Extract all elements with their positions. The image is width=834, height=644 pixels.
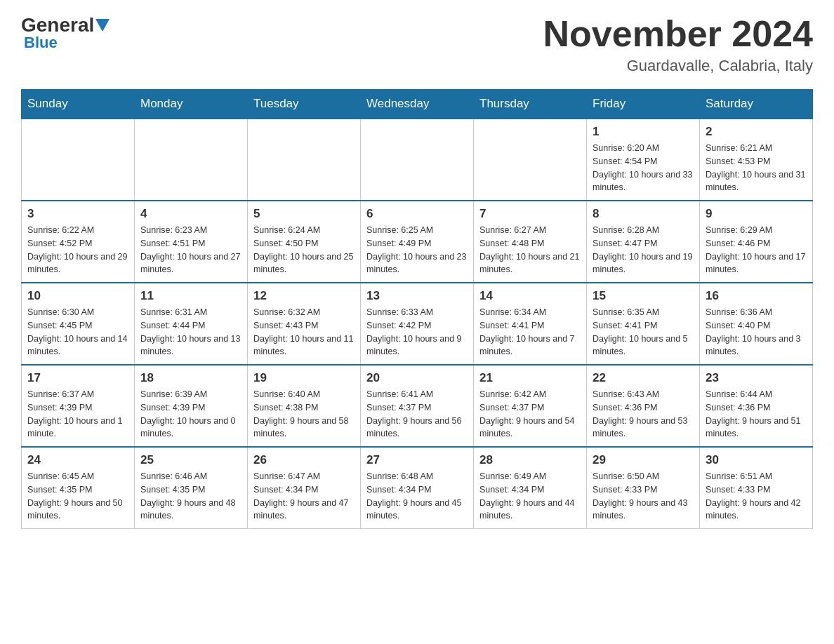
- day-number: 27: [366, 453, 468, 467]
- day-info: Sunrise: 6:44 AMSunset: 4:36 PMDaylight:…: [706, 388, 807, 441]
- day-number: 19: [253, 371, 355, 385]
- day-number: 30: [706, 453, 807, 467]
- weekday-header-monday: Monday: [135, 90, 248, 119]
- day-info: Sunrise: 6:40 AMSunset: 4:38 PMDaylight:…: [253, 388, 355, 441]
- day-number: 7: [479, 207, 581, 221]
- day-info: Sunrise: 6:36 AMSunset: 4:40 PMDaylight:…: [706, 306, 807, 358]
- calendar-cell: 6Sunrise: 6:25 AMSunset: 4:49 PMDaylight…: [361, 201, 474, 283]
- calendar-cell: 8Sunrise: 6:28 AMSunset: 4:47 PMDaylight…: [587, 201, 700, 283]
- day-number: 28: [479, 453, 581, 467]
- day-number: 2: [706, 125, 807, 139]
- day-number: 21: [479, 371, 581, 385]
- calendar-cell: 9Sunrise: 6:29 AMSunset: 4:46 PMDaylight…: [700, 201, 813, 283]
- day-number: 5: [253, 207, 355, 221]
- day-info: Sunrise: 6:48 AMSunset: 4:34 PMDaylight:…: [366, 470, 468, 523]
- calendar-cell: 21Sunrise: 6:42 AMSunset: 4:37 PMDayligh…: [474, 365, 587, 447]
- day-info: Sunrise: 6:32 AMSunset: 4:43 PMDaylight:…: [253, 306, 355, 358]
- calendar-cell: 20Sunrise: 6:41 AMSunset: 4:37 PMDayligh…: [361, 365, 474, 447]
- day-info: Sunrise: 6:34 AMSunset: 4:41 PMDaylight:…: [479, 306, 581, 358]
- logo: General Blue: [21, 14, 111, 52]
- day-number: 15: [593, 289, 694, 303]
- day-number: 29: [593, 453, 694, 467]
- calendar-cell: 30Sunrise: 6:51 AMSunset: 4:33 PMDayligh…: [700, 447, 813, 529]
- day-info: Sunrise: 6:30 AMSunset: 4:45 PMDaylight:…: [27, 306, 128, 358]
- day-info: Sunrise: 6:25 AMSunset: 4:49 PMDaylight:…: [366, 224, 468, 276]
- calendar-cell: 13Sunrise: 6:33 AMSunset: 4:42 PMDayligh…: [361, 283, 474, 365]
- calendar-cell: 3Sunrise: 6:22 AMSunset: 4:52 PMDaylight…: [22, 201, 135, 283]
- day-info: Sunrise: 6:51 AMSunset: 4:33 PMDaylight:…: [706, 470, 807, 523]
- calendar-cell: 1Sunrise: 6:20 AMSunset: 4:54 PMDaylight…: [587, 119, 700, 201]
- day-number: 18: [140, 371, 241, 385]
- weekday-header-wednesday: Wednesday: [361, 90, 474, 119]
- day-info: Sunrise: 6:27 AMSunset: 4:48 PMDaylight:…: [479, 224, 581, 276]
- calendar-cell: 17Sunrise: 6:37 AMSunset: 4:39 PMDayligh…: [22, 365, 135, 447]
- day-info: Sunrise: 6:37 AMSunset: 4:39 PMDaylight:…: [27, 388, 128, 441]
- day-info: Sunrise: 6:24 AMSunset: 4:50 PMDaylight:…: [253, 224, 355, 276]
- day-number: 20: [366, 371, 468, 385]
- day-info: Sunrise: 6:29 AMSunset: 4:46 PMDaylight:…: [706, 224, 807, 276]
- day-info: Sunrise: 6:39 AMSunset: 4:39 PMDaylight:…: [140, 388, 241, 441]
- day-number: 25: [140, 453, 241, 467]
- calendar-cell: [22, 119, 135, 201]
- day-number: 22: [593, 371, 694, 385]
- calendar-cell: [135, 119, 248, 201]
- calendar-cell: 24Sunrise: 6:45 AMSunset: 4:35 PMDayligh…: [22, 447, 135, 529]
- day-info: Sunrise: 6:35 AMSunset: 4:41 PMDaylight:…: [593, 306, 694, 358]
- day-number: 23: [706, 371, 807, 385]
- calendar-cell: 27Sunrise: 6:48 AMSunset: 4:34 PMDayligh…: [361, 447, 474, 529]
- day-info: Sunrise: 6:28 AMSunset: 4:47 PMDaylight:…: [593, 224, 694, 276]
- calendar-cell: 25Sunrise: 6:46 AMSunset: 4:35 PMDayligh…: [135, 447, 248, 529]
- calendar-cell: [474, 119, 587, 201]
- calendar-cell: 10Sunrise: 6:30 AMSunset: 4:45 PMDayligh…: [22, 283, 135, 365]
- weekday-header-sunday: Sunday: [22, 90, 135, 119]
- day-number: 9: [706, 207, 807, 221]
- day-info: Sunrise: 6:31 AMSunset: 4:44 PMDaylight:…: [140, 306, 241, 358]
- weekday-header-tuesday: Tuesday: [248, 90, 361, 119]
- day-info: Sunrise: 6:49 AMSunset: 4:34 PMDaylight:…: [479, 470, 581, 523]
- calendar-table: SundayMondayTuesdayWednesdayThursdayFrid…: [21, 89, 813, 529]
- weekday-header-saturday: Saturday: [700, 90, 813, 119]
- calendar-cell: 14Sunrise: 6:34 AMSunset: 4:41 PMDayligh…: [474, 283, 587, 365]
- day-number: 3: [27, 207, 128, 221]
- calendar-week-2: 3Sunrise: 6:22 AMSunset: 4:52 PMDaylight…: [22, 201, 813, 283]
- logo-blue: Blue: [24, 34, 58, 52]
- calendar-cell: 18Sunrise: 6:39 AMSunset: 4:39 PMDayligh…: [135, 365, 248, 447]
- calendar-cell: 26Sunrise: 6:47 AMSunset: 4:34 PMDayligh…: [248, 447, 361, 529]
- day-info: Sunrise: 6:33 AMSunset: 4:42 PMDaylight:…: [366, 306, 468, 358]
- day-info: Sunrise: 6:21 AMSunset: 4:53 PMDaylight:…: [706, 142, 807, 194]
- day-number: 1: [593, 125, 694, 139]
- day-info: Sunrise: 6:20 AMSunset: 4:54 PMDaylight:…: [593, 142, 694, 194]
- calendar-cell: 5Sunrise: 6:24 AMSunset: 4:50 PMDaylight…: [248, 201, 361, 283]
- day-info: Sunrise: 6:42 AMSunset: 4:37 PMDaylight:…: [479, 388, 581, 441]
- page-header: General Blue November 2024 Guardavalle, …: [21, 14, 813, 75]
- day-number: 6: [366, 207, 468, 221]
- weekday-header-thursday: Thursday: [474, 90, 587, 119]
- calendar-cell: 29Sunrise: 6:50 AMSunset: 4:33 PMDayligh…: [587, 447, 700, 529]
- title-section: November 2024 Guardavalle, Calabria, Ita…: [543, 14, 813, 75]
- day-number: 14: [479, 289, 581, 303]
- logo-triangle-icon: [95, 19, 110, 32]
- day-number: 12: [253, 289, 355, 303]
- day-info: Sunrise: 6:41 AMSunset: 4:37 PMDaylight:…: [366, 388, 468, 441]
- calendar-cell: [361, 119, 474, 201]
- location: Guardavalle, Calabria, Italy: [543, 57, 813, 75]
- day-info: Sunrise: 6:50 AMSunset: 4:33 PMDaylight:…: [593, 470, 694, 523]
- calendar-cell: 16Sunrise: 6:36 AMSunset: 4:40 PMDayligh…: [700, 283, 813, 365]
- weekday-header-friday: Friday: [587, 90, 700, 119]
- calendar-cell: 15Sunrise: 6:35 AMSunset: 4:41 PMDayligh…: [587, 283, 700, 365]
- calendar-cell: 22Sunrise: 6:43 AMSunset: 4:36 PMDayligh…: [587, 365, 700, 447]
- day-number: 10: [27, 289, 128, 303]
- calendar-week-5: 24Sunrise: 6:45 AMSunset: 4:35 PMDayligh…: [22, 447, 813, 529]
- calendar-cell: 7Sunrise: 6:27 AMSunset: 4:48 PMDaylight…: [474, 201, 587, 283]
- calendar-cell: 23Sunrise: 6:44 AMSunset: 4:36 PMDayligh…: [700, 365, 813, 447]
- calendar-cell: 11Sunrise: 6:31 AMSunset: 4:44 PMDayligh…: [135, 283, 248, 365]
- day-info: Sunrise: 6:23 AMSunset: 4:51 PMDaylight:…: [140, 224, 241, 276]
- day-number: 8: [593, 207, 694, 221]
- day-info: Sunrise: 6:45 AMSunset: 4:35 PMDaylight:…: [27, 470, 128, 523]
- calendar-week-3: 10Sunrise: 6:30 AMSunset: 4:45 PMDayligh…: [22, 283, 813, 365]
- day-number: 16: [706, 289, 807, 303]
- day-info: Sunrise: 6:46 AMSunset: 4:35 PMDaylight:…: [140, 470, 241, 523]
- day-number: 4: [140, 207, 241, 221]
- day-info: Sunrise: 6:47 AMSunset: 4:34 PMDaylight:…: [253, 470, 355, 523]
- calendar-cell: 19Sunrise: 6:40 AMSunset: 4:38 PMDayligh…: [248, 365, 361, 447]
